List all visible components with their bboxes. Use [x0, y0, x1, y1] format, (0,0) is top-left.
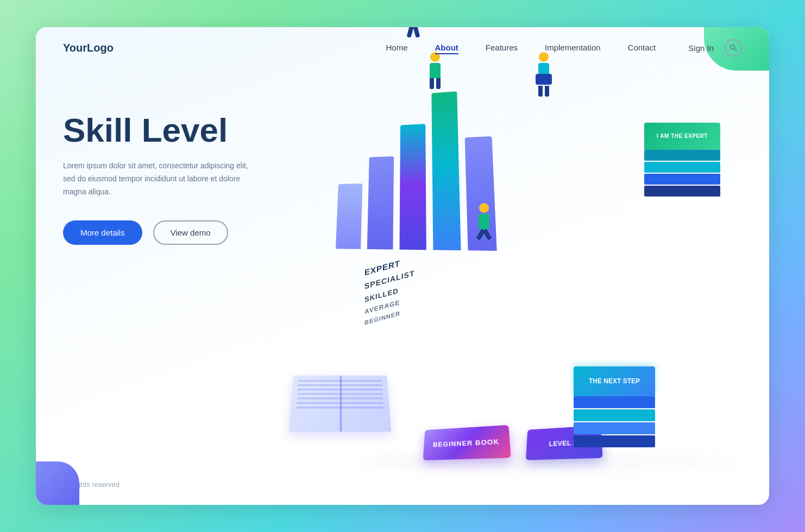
nav-links: Home About Features Implementation Conta…: [386, 43, 656, 53]
expert-book-3: [644, 162, 720, 173]
book-line: [297, 398, 383, 400]
book-lines: [296, 380, 384, 408]
expert-book-stack: [644, 150, 720, 198]
figure-expert: [253, 203, 715, 240]
main-content: Skill Level Lorem ipsum dolor sit amet, …: [36, 68, 769, 503]
person-leg: [430, 78, 434, 89]
person-leg: [483, 229, 492, 240]
book-line: [297, 393, 383, 395]
search-button[interactable]: [725, 39, 742, 56]
nav-link-home[interactable]: Home: [386, 43, 407, 52]
expert-book-top: I AM THE EXPERT: [644, 123, 720, 150]
next-step-stack: THE NEXT STEP: [574, 366, 655, 448]
hero-title: Skill Level: [63, 112, 280, 149]
navbar: YourLogo Home About Features Implementat…: [36, 27, 769, 68]
book-line: [296, 407, 384, 409]
svg-line-1: [734, 49, 737, 52]
button-row: More details View demo: [63, 220, 280, 245]
hero-description: Lorem ipsum dolor sit amet, consectetur …: [63, 160, 259, 198]
expert-book-4: [644, 150, 720, 161]
beginner-book-label: BEGINNER BOOK: [433, 438, 500, 448]
stack-book-3: [574, 409, 655, 421]
nav-item-contact[interactable]: Contact: [628, 43, 656, 53]
open-book: [291, 372, 389, 438]
expert-book-2: [644, 174, 720, 185]
left-panel: Skill Level Lorem ipsum dolor sit amet, …: [63, 79, 280, 503]
next-step-label: THE NEXT STEP: [589, 377, 640, 386]
illustration: EXPERT SPECIALIST SKILLED AVERAGE BEGINN…: [280, 79, 742, 503]
expert-stack: I AM THE EXPERT: [644, 123, 720, 198]
book-open-inner: [289, 376, 392, 432]
book-line: [298, 380, 382, 382]
main-card: YourLogo Home About Features Implementat…: [36, 27, 769, 505]
next-step-book-top: THE NEXT STEP: [574, 366, 655, 396]
book-line: [298, 384, 382, 386]
skill-labels: EXPERT SPECIALIST SKILLED AVERAGE BEGINN…: [364, 252, 414, 329]
person-body: [479, 214, 489, 229]
nav-item-home[interactable]: Home: [386, 43, 407, 53]
person-head: [479, 203, 489, 213]
nav-link-implementation[interactable]: Implementation: [545, 43, 601, 52]
more-details-button[interactable]: More details: [63, 220, 142, 245]
person-legs: [253, 229, 715, 240]
nav-item-features[interactable]: Features: [486, 43, 518, 53]
sign-in-link[interactable]: Sign In: [688, 43, 714, 53]
nav-link-about[interactable]: About: [435, 43, 458, 54]
nav-right: Sign In: [688, 39, 742, 56]
stack-book-2: [574, 422, 655, 434]
iso-shadow: [362, 454, 742, 470]
stack-book-1: [574, 435, 655, 447]
view-demo-button[interactable]: View demo: [153, 220, 228, 245]
expert-label: I AM THE EXPERT: [657, 132, 708, 140]
nav-item-about[interactable]: About: [435, 43, 458, 53]
nav-link-contact[interactable]: Contact: [628, 43, 656, 52]
search-icon: [729, 44, 737, 52]
expert-book-1: [644, 186, 720, 197]
nav-link-features[interactable]: Features: [486, 43, 518, 52]
person-leg: [436, 78, 441, 89]
logo: YourLogo: [63, 42, 114, 54]
stack-book-4: [574, 396, 655, 408]
nav-item-implementation[interactable]: Implementation: [545, 43, 601, 53]
book-stack: [574, 396, 655, 448]
book-line: [297, 402, 383, 404]
book-line: [298, 389, 383, 390]
level2-book-label: LEVEL 2: [549, 439, 577, 448]
